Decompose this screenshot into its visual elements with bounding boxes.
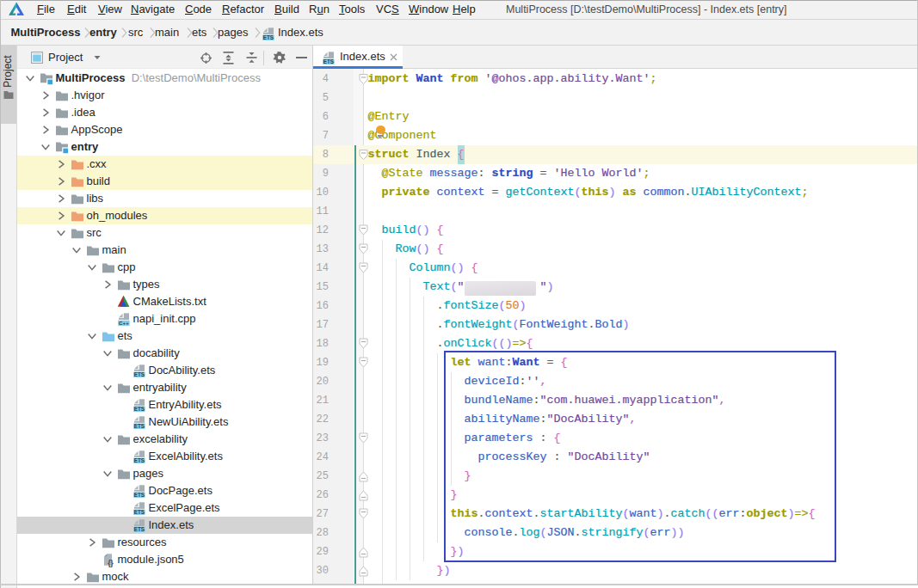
svg-text:ETS: ETS	[134, 406, 145, 412]
svg-text:ETS: ETS	[323, 58, 335, 64]
svg-text:ETS: ETS	[134, 423, 145, 429]
svg-text:{}: {}	[108, 559, 114, 567]
svg-text:ETS: ETS	[134, 509, 145, 515]
svg-text:C++: C++	[119, 320, 129, 326]
svg-text:ETS: ETS	[134, 371, 145, 377]
svg-text:ETS: ETS	[263, 34, 274, 40]
svg-text:ETS: ETS	[134, 492, 145, 498]
svg-text:ETS: ETS	[134, 526, 145, 532]
svg-text:ETS: ETS	[134, 457, 145, 463]
